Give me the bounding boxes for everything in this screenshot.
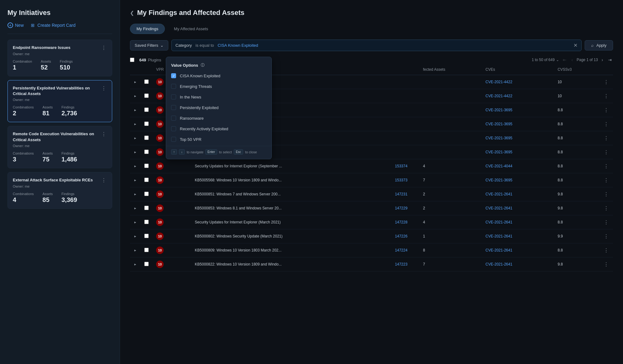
filter-clear-button[interactable]: ✕	[573, 42, 577, 48]
row-expand-button[interactable]: ▸	[134, 177, 137, 183]
cve-link[interactable]: CVE-2021-2641	[486, 248, 512, 252]
row-menu-button[interactable]: ⋮	[603, 121, 609, 127]
initiative-card-persistently-exploited[interactable]: Persistently Exploited Vulnerabilities o…	[7, 80, 112, 122]
dropdown-item-top50[interactable]: Top 50 VPR	[166, 134, 271, 145]
row-menu-button[interactable]: ⋮	[603, 233, 609, 239]
dropdown-item-ransomware[interactable]: Ransomware	[166, 113, 271, 123]
cve-link[interactable]: CVE-2021-4422	[486, 80, 512, 84]
row-menu-button[interactable]: ⋮	[603, 107, 609, 113]
pagination-next-button[interactable]: ›	[600, 57, 604, 63]
cve-link[interactable]: CVE-2021-4422	[486, 94, 512, 98]
row-expand-button[interactable]: ▸	[134, 79, 137, 85]
row-checkbox[interactable]	[144, 150, 149, 154]
row-checkbox[interactable]	[144, 79, 149, 84]
plugin-id-link[interactable]: 153374	[395, 164, 407, 168]
collapse-chevron-icon[interactable]: ❮	[130, 10, 134, 16]
dropdown-checkbox-top50[interactable]	[171, 137, 176, 142]
col-cvss[interactable]: CVSSv3	[554, 64, 599, 75]
dropdown-item-recently[interactable]: Recently Actively Exploited	[166, 123, 271, 134]
cve-link[interactable]: CVE-2021-4044	[486, 164, 512, 168]
row-menu-button[interactable]: ⋮	[603, 261, 609, 267]
cve-link[interactable]: CVE-2021-2641	[486, 192, 512, 196]
cve-link[interactable]: CVE-2021-3695	[486, 122, 512, 126]
row-checkbox[interactable]	[144, 234, 149, 238]
saved-filters-button[interactable]: Saved Filters ⌄	[130, 40, 168, 50]
row-expand-button[interactable]: ▸	[134, 233, 137, 239]
cve-link[interactable]: CVE-2021-3695	[486, 108, 512, 112]
row-expand-button[interactable]: ▸	[134, 149, 137, 155]
dropdown-item-persistently[interactable]: Persistently Exploited	[166, 102, 271, 113]
row-expand-button[interactable]: ▸	[134, 163, 137, 169]
row-expand-button[interactable]: ▸	[134, 93, 137, 99]
dropdown-checkbox-ransomware[interactable]	[171, 116, 176, 121]
dropdown-item-cisa[interactable]: ✓ CISA Known Exploited	[166, 70, 271, 81]
row-checkbox[interactable]	[144, 164, 149, 168]
row-menu-button[interactable]: ⋮	[603, 219, 609, 225]
row-checkbox[interactable]	[144, 248, 149, 252]
pagination-first-button[interactable]: ⇤	[562, 57, 568, 63]
cve-link[interactable]: CVE-2021-3695	[486, 136, 512, 140]
row-checkbox[interactable]	[144, 178, 149, 182]
row-menu-button[interactable]: ⋮	[603, 177, 609, 183]
row-expand-button[interactable]: ▸	[134, 121, 137, 127]
cve-link[interactable]: CVE-2021-3695	[486, 178, 512, 182]
pagination-last-button[interactable]: ⇥	[607, 57, 613, 63]
row-checkbox[interactable]	[144, 122, 149, 126]
row-menu-button[interactable]: ⋮	[603, 205, 609, 211]
row-checkbox[interactable]	[144, 192, 149, 196]
initiative-card-endpoint-ransomware[interactable]: Endpoint Ransomware Issues ⋮ Owner: me C…	[7, 40, 112, 76]
col-cves[interactable]: CVEs	[482, 64, 554, 75]
row-expand-button[interactable]: ▸	[134, 205, 137, 211]
col-affected-assets[interactable]: fected Assets	[419, 64, 482, 75]
dropdown-info-icon[interactable]: ⓘ	[201, 63, 204, 68]
plugin-id-link[interactable]: 147223	[395, 262, 407, 266]
plugin-id-link[interactable]: 147229	[395, 206, 407, 210]
dropdown-item-emerging[interactable]: Emerging Threats	[166, 81, 271, 92]
plugin-id-link[interactable]: 147231	[395, 192, 407, 196]
dropdown-checkbox-cisa[interactable]: ✓	[171, 73, 176, 78]
pagination-prev-button[interactable]: ‹	[570, 57, 574, 63]
row-checkbox[interactable]	[144, 93, 149, 98]
select-all-checkbox[interactable]	[130, 58, 134, 62]
dropdown-item-in-the-news[interactable]: In the News	[166, 92, 271, 102]
row-menu-button[interactable]: ⋮	[603, 135, 609, 141]
initiative-menu-button[interactable]: ⋮	[101, 45, 107, 51]
row-menu-button[interactable]: ⋮	[603, 247, 609, 253]
cve-link[interactable]: CVE-2021-2641	[486, 234, 512, 238]
chevron-down-icon[interactable]: ⌄	[556, 58, 559, 62]
tab-my-findings[interactable]: My Findings	[130, 24, 165, 34]
row-expand-button[interactable]: ▸	[134, 135, 137, 141]
row-menu-button[interactable]: ⋮	[603, 79, 609, 85]
row-expand-button[interactable]: ▸	[134, 261, 137, 267]
create-report-card-button[interactable]: ⊞ Create Report Card	[30, 22, 75, 28]
dropdown-checkbox-persistently[interactable]	[171, 105, 176, 110]
dropdown-checkbox-in-the-news[interactable]	[171, 94, 176, 99]
plugin-id-link[interactable]: 147228	[395, 220, 407, 224]
row-checkbox[interactable]	[144, 262, 149, 266]
row-expand-button[interactable]: ▸	[134, 191, 137, 197]
cve-link[interactable]: CVE-2021-3695	[486, 150, 512, 154]
plugin-id-link[interactable]: 147224	[395, 248, 407, 252]
cve-link[interactable]: CVE-2021-2641	[486, 262, 512, 266]
initiative-card-external-attack[interactable]: External Attack Surface Exploitable RCEs…	[7, 172, 112, 209]
plugin-id-link[interactable]: 147226	[395, 234, 407, 238]
filter-input[interactable]: Category is equal to CISA Known Exploite…	[171, 40, 582, 51]
row-expand-button[interactable]: ▸	[134, 247, 137, 253]
row-menu-button[interactable]: ⋮	[603, 191, 609, 197]
row-checkbox[interactable]	[144, 108, 149, 112]
row-expand-button[interactable]: ▸	[134, 107, 137, 113]
plugin-id-link[interactable]: 153373	[395, 178, 407, 182]
cve-link[interactable]: CVE-2021-2641	[486, 206, 512, 210]
initiative-menu-button[interactable]: ⋮	[101, 177, 107, 183]
row-expand-button[interactable]: ▸	[134, 219, 137, 225]
row-checkbox[interactable]	[144, 136, 149, 140]
apply-button[interactable]: ⌕ Apply	[585, 40, 613, 50]
initiative-menu-button[interactable]: ⋮	[101, 131, 107, 137]
row-menu-button[interactable]: ⋮	[603, 163, 609, 169]
tab-my-affected-assets[interactable]: My Affected Assets	[167, 24, 215, 34]
row-menu-button[interactable]: ⋮	[603, 93, 609, 99]
row-menu-button[interactable]: ⋮	[603, 149, 609, 155]
initiative-menu-button[interactable]: ⋮	[101, 85, 107, 91]
row-checkbox[interactable]	[144, 206, 149, 210]
initiative-card-remote-code-execution[interactable]: Remote Code Execution Vulnerabilities on…	[7, 126, 112, 168]
